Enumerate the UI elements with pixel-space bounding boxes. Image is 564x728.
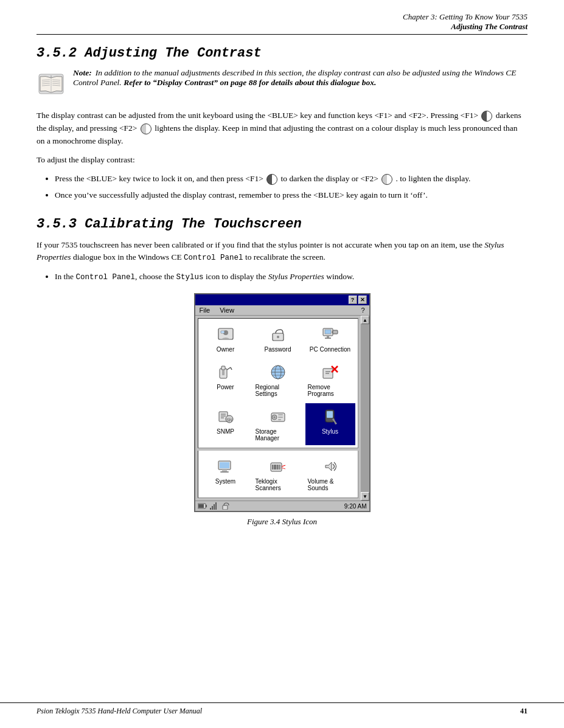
dialog-content-row2: System [198,451,358,498]
password-label: Password [265,346,291,353]
section-352-title: 3.5.2 Adjusting The Contrast [37,46,527,61]
svg-line-23 [227,367,231,370]
contrast-icon-light-1 [141,123,151,134]
section-353-title: 3.5.3 Calibrating The Touchscreen [37,217,527,232]
dialog-item-owner[interactable]: Owner [201,321,251,356]
control-panel-link: Control Panel [76,273,136,282]
svg-rect-55 [220,471,229,473]
dialog-menubar: File View ? [195,305,369,316]
svg-rect-15 [325,330,331,334]
dialog-item-system[interactable]: System [201,453,251,495]
note-bold-text: Refer to “Display Contrast” on page 88 f… [124,78,376,87]
header-chapter: Chapter 3: Getting To Know Your 7535 [37,12,527,22]
dialog-scrollbar: ▲ ▼ [361,316,369,501]
svg-rect-31 [324,370,332,376]
dialog-item-stylus[interactable]: Stylus [305,403,355,445]
scroll-track [361,324,369,492]
password-icon [268,325,288,344]
dialog-status-time: 9:20 AM [344,503,367,510]
pc-connection-label: PC Connection [310,346,350,353]
svg-rect-73 [215,502,217,510]
svg-rect-46 [278,417,283,418]
bullet-item-2: Once you’ve successfully adjusted the di… [55,189,527,202]
regional-settings-label: Regional Settings [256,384,301,397]
svg-point-13 [277,336,279,338]
header-section: Adjusting The Contrast [37,22,527,32]
owner-icon [216,325,235,344]
svg-point-44 [273,417,275,418]
menu-file[interactable]: File [198,306,212,314]
page: Chapter 3: Getting To Know Your 7535 Adj… [0,0,564,728]
snmp-label: SNMP [217,428,234,435]
footer-left: Psion Teklogix 7535 Hand-Held Computer U… [37,707,202,716]
figure-caption: Figure 3.4 Stylus Icon [247,517,317,527]
dialog-help-button[interactable]: ? [349,296,357,304]
scroll-up-button[interactable]: ▲ [361,316,369,324]
svg-rect-47 [278,419,281,420]
dialog-titlebar: ? ✕ [195,294,369,305]
bullet-list-352: Press the <BLUE> key twice to lock it on… [55,173,527,202]
stylus-properties-link: Stylus Properties [268,272,324,281]
snmp-icon: SN [216,407,235,426]
dialog-item-storage-manager[interactable]: Storage Manager [253,403,303,445]
svg-rect-16 [327,336,329,338]
status-icon-1 [198,502,207,510]
figure-container: ? ✕ File View ? [37,293,527,527]
svg-marker-66 [326,462,332,471]
volume-sounds-label: Volume & Sounds [308,478,353,491]
dialog-item-password[interactable]: Password [253,321,303,356]
dialog-wrapper: Owner Password [195,316,369,501]
dialog-status: 9:20 AM [195,501,369,511]
svg-rect-49 [327,411,333,418]
svg-rect-68 [206,505,207,507]
svg-line-24 [231,367,232,370]
note-content: Note:In addition to the manual adjustmen… [73,68,527,88]
pc-connection-icon [321,325,340,344]
svg-text:SN: SN [226,418,232,422]
svg-rect-72 [214,504,215,510]
contrast-icon-dark-2 [266,174,277,185]
bullet-item-353-1: In the Control Panel, choose the Stylus … [55,271,527,283]
dialog-item-teklogix-scanners[interactable]: Teklogix Scanners [253,453,303,495]
scroll-down-button[interactable]: ▼ [361,492,369,501]
menu-view[interactable]: View [218,306,236,314]
dialog-item-volume-sounds[interactable]: Volume & Sounds [305,453,355,495]
footer-page: 41 [520,707,527,716]
svg-rect-53 [220,462,229,468]
dialog-status-icons [198,502,229,510]
dialog-content: Owner Password [198,318,358,448]
svg-line-65 [282,468,285,469]
dialog-close-button[interactable]: ✕ [358,296,367,304]
dialog-item-snmp[interactable]: SN SNMP [201,403,251,445]
contrast-icon-dark-1 [481,111,492,122]
page-footer: Psion Teklogix 7535 Hand-Held Computer U… [0,702,564,716]
windows-dialog[interactable]: ? ✕ File View ? [194,293,371,512]
bullet-list-353: In the Control Panel, choose the Stylus … [55,271,527,283]
note-box: Note:In addition to the manual adjustmen… [37,68,527,101]
svg-line-64 [282,465,285,466]
dialog-item-regional-settings[interactable]: Regional Settings [253,359,303,401]
menu-help[interactable]: ? [359,306,366,314]
svg-rect-22 [222,370,225,375]
dialog-titlebar-buttons: ? ✕ [349,296,367,304]
note-label: Note: [73,68,92,77]
system-label: System [215,478,235,485]
svg-rect-17 [325,338,331,339]
svg-rect-45 [278,414,283,415]
power-icon [216,362,235,382]
storage-manager-label: Storage Manager [256,428,301,442]
svg-rect-71 [212,506,213,510]
dialog-item-pc-connection[interactable]: PC Connection [305,321,355,356]
book-icon [37,69,68,101]
svg-rect-11 [221,331,225,333]
contrast-icon-light-2 [381,174,392,185]
dialog-item-remove-programs[interactable]: Remove Programs [305,359,355,401]
dialog-item-power[interactable]: Power [201,359,251,401]
stylus-label: Stylus [322,428,338,435]
remove-programs-label: Remove Programs [308,384,353,397]
system-icon [216,457,235,476]
volume-sounds-icon [321,457,340,476]
bullet-item-1: Press the <BLUE> key twice to lock it on… [55,173,527,185]
body-paragraph-1: The display contrast can be adjusted fro… [37,109,527,148]
svg-rect-21 [221,366,225,370]
